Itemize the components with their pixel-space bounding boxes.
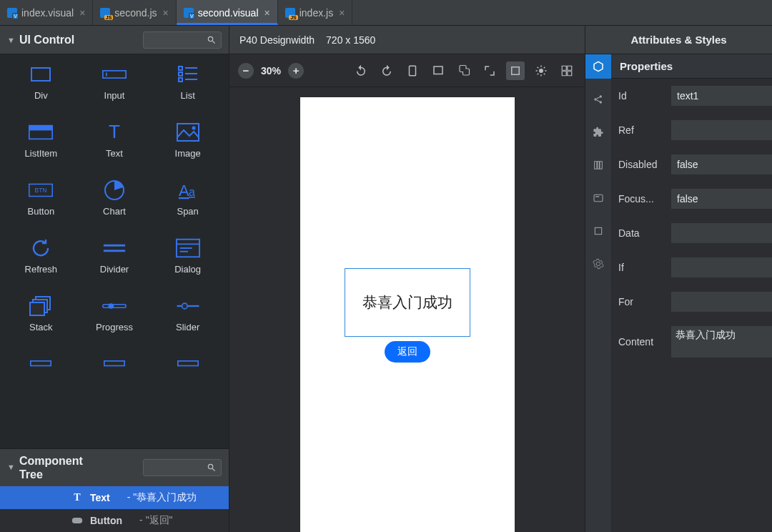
palette-item-span[interactable]: AaSpan [151, 180, 224, 217]
svg-text:BTN: BTN [35, 187, 47, 194]
attributes-styles-header: Attributes & Styles [585, 26, 772, 54]
divider-icon [102, 238, 127, 258]
preview-text-component[interactable]: 恭喜入门成功 [345, 268, 470, 337]
palette-item-dialog[interactable]: Dialog [151, 238, 224, 275]
columns-tab-icon[interactable] [585, 153, 611, 177]
palette-item-divider[interactable]: Divider [78, 238, 152, 275]
device-rotate-icon[interactable] [455, 61, 473, 80]
palette-search[interactable] [143, 31, 222, 49]
refresh-icon [29, 238, 53, 258]
palette-item-stack[interactable]: Stack [4, 296, 78, 332]
palette-item-label: Dialog [174, 264, 201, 275]
property-input[interactable] [671, 223, 772, 243]
palette-item-div[interactable]: Div [4, 64, 78, 101]
search-icon [207, 463, 217, 473]
button-icon: BTN [29, 180, 53, 200]
palette-item-listitem[interactable]: ListItem [4, 122, 78, 159]
tree-node-label: Button [90, 515, 122, 526]
property-row-data: Data [611, 216, 772, 250]
layout-icon[interactable] [558, 61, 576, 80]
property-label: Content [618, 336, 665, 348]
property-label: Disabled [618, 159, 665, 170]
property-input[interactable] [671, 189, 772, 209]
property-label: Ref [618, 124, 665, 136]
tree-search[interactable] [143, 459, 222, 476]
box-tab-icon[interactable] [585, 219, 611, 243]
svg-rect-7 [179, 78, 182, 82]
frame-icon[interactable] [506, 61, 525, 80]
tab-second-js[interactable]: second.js × [93, 0, 176, 25]
tab-index-visual[interactable]: index.visual × [0, 0, 93, 25]
svg-rect-36 [512, 66, 520, 74]
resize-icon[interactable] [480, 61, 499, 80]
palette-item-label: Button [28, 206, 55, 217]
extension-tab-icon[interactable] [585, 120, 611, 144]
preview-canvas[interactable]: 恭喜入门成功 返回 [229, 87, 585, 532]
collapse-icon[interactable]: ▼ [7, 36, 15, 44]
tab-label: second.visual [198, 7, 259, 19]
palette-item-slider[interactable]: Slider [151, 296, 224, 332]
tab-index-js[interactable]: index.js × [278, 0, 353, 25]
svg-rect-42 [595, 196, 599, 197]
progress-icon [102, 296, 127, 316]
palette-item-chart[interactable]: Chart [78, 180, 152, 217]
palette-item-text[interactable]: TText [78, 122, 152, 159]
palette-item-more[interactable] [78, 354, 152, 374]
palette-item-input[interactable]: Input [78, 64, 152, 101]
zoom-out-button[interactable]: − [238, 63, 254, 79]
device-phone-icon[interactable] [403, 61, 422, 80]
collapse-icon[interactable]: ▼ [7, 463, 15, 472]
property-input[interactable] [671, 154, 772, 174]
palette-item-label: Chart [103, 206, 126, 217]
design-info-bar: P40 Designwidth 720 x 1560 [229, 26, 585, 54]
palette-item-button[interactable]: BTNButton [4, 180, 78, 217]
palette-item-more[interactable] [4, 354, 78, 374]
zoom-in-button[interactable]: + [288, 63, 304, 79]
close-icon[interactable]: × [79, 7, 85, 19]
palette-item-refresh[interactable]: Refresh [4, 238, 78, 275]
input-icon [102, 64, 127, 84]
property-input[interactable] [671, 120, 772, 140]
device-dimensions: 720 x 1560 [326, 34, 375, 46]
palette-item-list[interactable]: List [151, 64, 224, 101]
palette-item-image[interactable]: Image [151, 122, 224, 159]
properties-tab-icon[interactable] [585, 54, 611, 79]
brightness-icon[interactable] [532, 61, 550, 80]
close-icon[interactable]: × [264, 7, 270, 19]
property-content-input[interactable]: 恭喜入门成功 [671, 326, 772, 358]
card-tab-icon[interactable] [585, 186, 611, 210]
redo-button[interactable] [377, 61, 396, 80]
close-icon[interactable]: × [339, 7, 345, 19]
palette-item-progress[interactable]: Progress [78, 296, 152, 332]
palette-item-label: Div [34, 90, 48, 101]
property-input[interactable] [671, 257, 772, 277]
tab-second-visual[interactable]: second.visual × [177, 0, 278, 25]
palette-item-label: Image [175, 148, 201, 159]
property-row-id: Id [611, 79, 772, 113]
visual-file-icon [184, 8, 194, 18]
tab-label: second.js [114, 7, 157, 19]
close-icon[interactable]: × [163, 7, 169, 19]
property-input[interactable] [671, 86, 772, 106]
preview-text-content: 恭喜入门成功 [362, 292, 452, 312]
more-icon [102, 354, 127, 374]
property-label: If [618, 262, 665, 273]
tree-row-button[interactable]: Button- "返回" [0, 509, 229, 532]
preview-button-component[interactable]: 返回 [385, 341, 430, 363]
svg-rect-28 [103, 305, 126, 308]
tree-row-text[interactable]: TText- "恭喜入门成功 [0, 486, 229, 509]
preview-button-label: 返回 [397, 345, 417, 357]
tree-node-label: Text [90, 492, 110, 503]
preview-toolbar: − 30% + [229, 54, 585, 87]
palette-item-label: Text [106, 148, 123, 159]
property-input[interactable] [671, 292, 772, 312]
palette-item-more[interactable] [151, 354, 224, 374]
svg-rect-43 [595, 227, 601, 234]
property-row-disabled: Disabled [611, 147, 772, 182]
tree-node-value: - "恭喜入门成功 [127, 491, 197, 504]
property-row-content: Content 恭喜入门成功 ▲▼ [611, 319, 772, 365]
settings-tab-icon[interactable] [585, 252, 611, 276]
undo-button[interactable] [352, 61, 370, 80]
share-tab-icon[interactable] [585, 87, 611, 112]
device-tablet-icon[interactable] [429, 61, 447, 80]
